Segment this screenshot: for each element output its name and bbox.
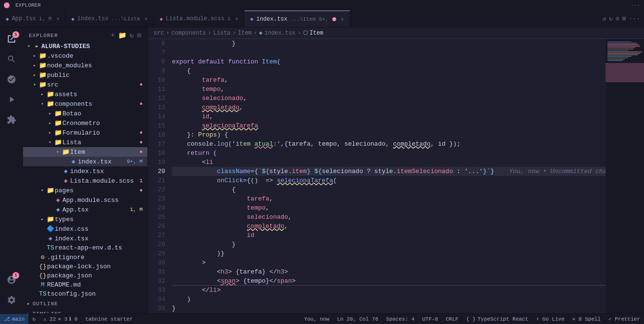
tree-arrow-root: ▾ bbox=[25, 43, 33, 49]
label-env: react-app-env.d.ts bbox=[55, 244, 147, 251]
activity-accounts[interactable]: 1 bbox=[2, 270, 21, 289]
tab-close3[interactable]: ✕ bbox=[235, 16, 238, 22]
status-errors[interactable]: ⚠ 22 ✕ 3 ℹ 0 bbox=[39, 314, 81, 324]
tab-app-tsx[interactable]: ◈ App.tsx 1, M ✕ bbox=[0, 11, 65, 27]
tree-index-tsx-root[interactable]: ◈ index.tsx bbox=[23, 234, 147, 243]
crumb-symbol-name[interactable]: Item bbox=[310, 30, 324, 37]
tree-package-lock[interactable]: {} package-lock.json bbox=[23, 262, 147, 271]
badge-formulario: ● bbox=[139, 130, 147, 136]
tree-lista[interactable]: ▾ 📁 Lista ● bbox=[23, 137, 147, 147]
timeline-header[interactable]: ▸ TIMELINE bbox=[23, 309, 147, 313]
split-icon[interactable]: ⊞ bbox=[622, 15, 626, 23]
status-branch[interactable]: ⎇ main bbox=[0, 314, 28, 324]
activity-source-control[interactable] bbox=[2, 70, 21, 89]
new-file-icon[interactable]: + bbox=[111, 31, 115, 39]
status-line-ending[interactable]: CRLF bbox=[442, 314, 462, 324]
code-line-11: tempo, bbox=[172, 85, 606, 94]
status-tabnine[interactable]: tabnine starter bbox=[82, 314, 137, 324]
arrow-cronometro: ▸ bbox=[46, 120, 54, 126]
activity-explorer[interactable]: 1 bbox=[2, 29, 21, 49]
tree-index-tsx-lista[interactable]: ◈ index.tsx bbox=[23, 166, 147, 176]
collapse-icon[interactable]: ⊟ bbox=[137, 31, 142, 39]
tree-tsconfig[interactable]: TS tsconfig.json bbox=[23, 289, 147, 299]
crumb-file[interactable]: index.tsx bbox=[265, 30, 296, 37]
activity-search[interactable] bbox=[2, 50, 21, 69]
new-folder-icon[interactable]: 📁 bbox=[118, 31, 127, 39]
label-node-modules: node_modules bbox=[47, 62, 147, 69]
code-line-27: id bbox=[172, 231, 606, 240]
tree-types[interactable]: ▸ 📁 types bbox=[23, 214, 147, 224]
folder-icon-item: 📁 bbox=[61, 148, 70, 156]
code-line-34: ) bbox=[172, 295, 606, 304]
title-bar-more[interactable]: ··· bbox=[631, 2, 640, 8]
status-sync[interactable]: ↻ bbox=[28, 314, 39, 324]
tree-item-folder[interactable]: ▾ 📁 Item ● bbox=[23, 147, 147, 157]
crumb-icon: ◈ bbox=[259, 29, 262, 37]
activity-extensions[interactable] bbox=[2, 110, 21, 129]
tab-close4[interactable]: ✕ bbox=[341, 16, 344, 22]
language-label: TypeScript React bbox=[477, 316, 528, 322]
crumb-sep1: › bbox=[166, 30, 170, 37]
folder-icon-node: 📁 bbox=[38, 62, 47, 69]
tree-app-tsx[interactable]: ◈ App.tsx 1, M bbox=[23, 205, 147, 214]
code-line-13: completado, bbox=[172, 103, 606, 112]
tab-close[interactable]: ✕ bbox=[56, 16, 59, 22]
search-icon[interactable]: ⊙ bbox=[616, 15, 620, 23]
status-language[interactable]: { } TypeScript React bbox=[462, 314, 532, 324]
tree-index-tsx-item[interactable]: ◈ index.tsx 9+, M bbox=[23, 157, 147, 166]
arrow-types: ▸ bbox=[38, 216, 46, 222]
refresh-icon[interactable]: ↻ bbox=[130, 31, 134, 39]
crumb-item[interactable]: Item bbox=[238, 30, 252, 37]
tree-cronometro[interactable]: ▸ 📁 Cronometro bbox=[23, 118, 147, 128]
tree-project-root[interactable]: ▾ ▸ ALURA-STUDIES bbox=[23, 41, 147, 51]
tree-package-json[interactable]: {} package.json bbox=[23, 271, 147, 280]
tab-index-tsx-lista[interactable]: ◈ index.tsx ...\Lista ✕ bbox=[65, 11, 154, 27]
minimap[interactable] bbox=[606, 39, 644, 313]
crumb-lista[interactable]: Lista bbox=[213, 30, 231, 37]
tree-public[interactable]: ▸ 📁 public bbox=[23, 70, 147, 80]
file-icon-pkg-lock: {} bbox=[38, 263, 47, 270]
ln-12: 12 bbox=[148, 94, 165, 103]
code-area[interactable]: } export default function Item( { tarefa… bbox=[170, 39, 606, 313]
activity-run[interactable] bbox=[2, 90, 21, 109]
tree-components[interactable]: ▾ 📁 components ● bbox=[23, 99, 147, 109]
badge-index-item: 9+, M bbox=[127, 159, 147, 164]
status-ln-col[interactable]: Ln 20, Col 76 bbox=[333, 314, 382, 324]
tree-src[interactable]: ▾ 📁 src ● bbox=[23, 80, 147, 89]
tree-assets[interactable]: ▸ 📁 assets bbox=[23, 89, 147, 99]
tab-detail: 1, M bbox=[39, 16, 51, 22]
tree-pages[interactable]: ▾ 📁 pages ● bbox=[23, 186, 147, 195]
tree-gitignore[interactable]: ⚙ .gitignore bbox=[23, 252, 147, 262]
undo-icon[interactable]: ↺ bbox=[602, 15, 606, 23]
ln-8: 8 bbox=[148, 57, 165, 66]
sidebar-header: EXPLORER + 📁 ↻ ⊟ bbox=[23, 27, 147, 41]
tree-index-css[interactable]: 🔷 index.css bbox=[23, 224, 147, 234]
tree-formulario[interactable]: ▸ 📁 Formulario ● bbox=[23, 128, 147, 137]
redo-icon[interactable]: ↻ bbox=[609, 15, 613, 23]
tab-close2[interactable]: ✕ bbox=[145, 16, 147, 22]
ln-17: 17 bbox=[148, 139, 165, 149]
tab-lista-scss[interactable]: ◈ Lista.module.scss 1 ✕ bbox=[154, 11, 244, 27]
file-icon-app-tsx: ◈ bbox=[54, 206, 62, 213]
status-go-live[interactable]: ⚡ Go Live bbox=[532, 314, 568, 324]
tree-app-module-scss[interactable]: ◈ App.module.scss bbox=[23, 195, 147, 205]
activity-settings[interactable] bbox=[2, 290, 21, 310]
tree-botao[interactable]: ▸ 📁 Botao bbox=[23, 109, 147, 118]
tab-index-tsx-item[interactable]: ◈ index.tsx ...\Item 9+, ✕ bbox=[244, 11, 350, 27]
crumb-src[interactable]: src bbox=[154, 30, 164, 37]
tree-vscode[interactable]: ▸ 📁 .vscode bbox=[23, 51, 147, 61]
label-readme: README.md bbox=[47, 281, 147, 288]
tree-readme[interactable]: M README.md bbox=[23, 280, 147, 289]
code-line-21: onClick={() => selecionaTarefa( bbox=[172, 176, 606, 185]
status-spaces[interactable]: Spaces: 4 bbox=[382, 314, 418, 324]
outline-header[interactable]: ▸ OUTLINE bbox=[23, 299, 147, 309]
crumb-components[interactable]: components bbox=[171, 30, 206, 37]
status-prettier[interactable]: ✓ Prettier bbox=[605, 314, 644, 324]
status-spell[interactable]: ✕ 8 Spell bbox=[569, 314, 605, 324]
tree-lista-scss[interactable]: ◈ Lista.module.scss 1 bbox=[23, 176, 147, 186]
status-user[interactable]: You, now bbox=[300, 314, 333, 324]
tree-react-app-env[interactable]: TS react-app-env.d.ts bbox=[23, 243, 147, 252]
tree-node-modules[interactable]: ▸ 📁 node_modules bbox=[23, 61, 147, 70]
status-encoding[interactable]: UTF-8 bbox=[418, 314, 442, 324]
more-icon[interactable]: ··· bbox=[629, 15, 640, 23]
